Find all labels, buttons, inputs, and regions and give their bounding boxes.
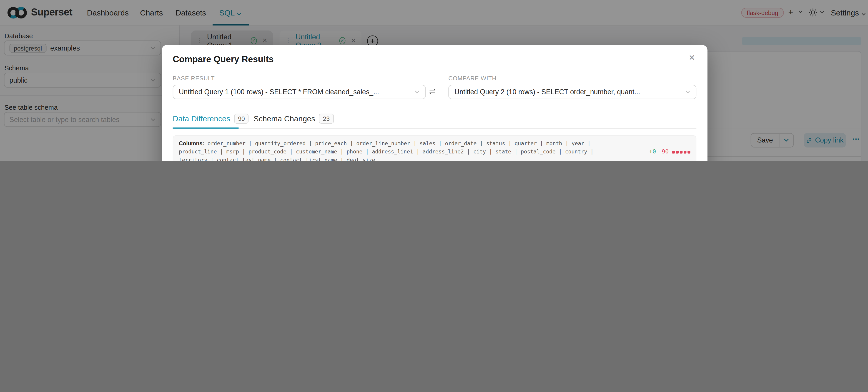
- tab-schema-changes[interactable]: Schema Changes 23: [253, 114, 334, 123]
- added-count: +0: [649, 148, 656, 155]
- schema-changes-count: 23: [319, 114, 334, 123]
- compare-with-select[interactable]: Untitled Query 2 (10 rows) - SELECT orde…: [448, 85, 696, 99]
- close-modal-icon[interactable]: ✕: [689, 53, 695, 62]
- chevron-down-icon: [685, 90, 690, 94]
- removed-blocks-icon: [671, 148, 690, 155]
- columns-list: Columns: order_number | quantity_ordered…: [179, 139, 616, 161]
- swap-queries-icon[interactable]: [428, 88, 437, 95]
- base-result-label: BASE RESULT: [173, 75, 215, 82]
- compare-query-results-modal: Compare Query Results ✕ BASE RESULT COMP…: [162, 45, 708, 161]
- compare-with-label: COMPARE WITH: [448, 75, 496, 82]
- data-differences-count: 90: [234, 114, 249, 123]
- columns-header: Columns: order_number | quantity_ordered…: [173, 135, 696, 161]
- compare-with-value: Untitled Query 2 (10 rows) - SELECT orde…: [455, 88, 640, 96]
- active-tab-underline: [173, 127, 239, 129]
- columns-label: Columns:: [179, 140, 204, 146]
- chevron-down-icon: [415, 90, 420, 94]
- diff-stats: +0 -90: [649, 148, 690, 155]
- app-viewport: Superset Dashboards Charts Datasets SQL …: [0, 0, 868, 161]
- base-result-value: Untitled Query 1 (100 rows) - SELECT * F…: [179, 88, 379, 96]
- modal-title: Compare Query Results: [173, 54, 274, 64]
- tab-data-differences[interactable]: Data Differences 90: [173, 114, 249, 123]
- tab-divider: [173, 128, 696, 129]
- removed-count: -90: [658, 148, 669, 155]
- base-result-select[interactable]: Untitled Query 1 (100 rows) - SELECT * F…: [173, 85, 426, 99]
